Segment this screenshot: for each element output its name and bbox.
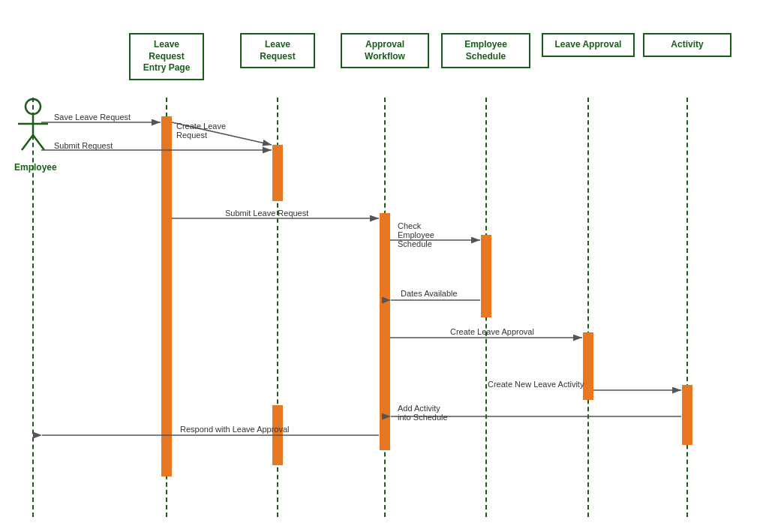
label-dates-available: Dates Available bbox=[401, 289, 458, 298]
label-create-new-leave-activity: Create New Leave Activity bbox=[488, 380, 584, 389]
label-respond-with-leave-approval: Respond with Leave Approval bbox=[180, 425, 290, 434]
activation-bar-approval bbox=[380, 213, 390, 450]
label-submit-request: Submit Request bbox=[54, 141, 113, 150]
sequence-diagram: Employee Leave Request Entry Page Leave … bbox=[0, 0, 769, 532]
activation-bar-leave-appr bbox=[583, 332, 593, 400]
lifeline-box-leave-approval: Leave Approval bbox=[542, 33, 635, 57]
lifeline-box-activity: Activity bbox=[643, 33, 731, 57]
activation-bar-activity bbox=[682, 385, 692, 445]
label-submit-leave-request: Submit Leave Request bbox=[225, 209, 308, 218]
activation-bar-schedule bbox=[481, 235, 491, 317]
label-create-leave-approval: Create Leave Approval bbox=[450, 327, 534, 336]
lifeline-box-leave-request: Leave Request bbox=[240, 33, 315, 68]
employee-actor: Employee bbox=[14, 98, 57, 173]
activation-bar-leave-req-1 bbox=[272, 145, 283, 201]
lifeline-box-approval-workflow: ApprovalWorkflow bbox=[341, 33, 429, 68]
activation-bar-leave-req-2 bbox=[272, 405, 283, 465]
svg-line-3 bbox=[22, 135, 33, 150]
employee-lifeline bbox=[32, 98, 34, 517]
label-create-leave-request: Create LeaveRequest bbox=[176, 122, 226, 140]
employee-label: Employee bbox=[14, 162, 57, 173]
lifeline-line-activity bbox=[686, 98, 688, 517]
lifeline-line-leave-approval bbox=[587, 98, 589, 517]
lifeline-box-employee-schedule: EmployeeSchedule bbox=[441, 33, 530, 68]
label-add-activity-into-schedule: Add Activityinto Schedule bbox=[398, 404, 448, 422]
svg-line-4 bbox=[33, 135, 44, 150]
label-save-leave-request: Save Leave Request bbox=[54, 113, 131, 122]
lifeline-box-leave-request-entry: Leave Request Entry Page bbox=[129, 33, 204, 80]
activation-bar-entry bbox=[161, 116, 172, 476]
label-check-employee-schedule: CheckEmployeeSchedule bbox=[398, 221, 434, 248]
